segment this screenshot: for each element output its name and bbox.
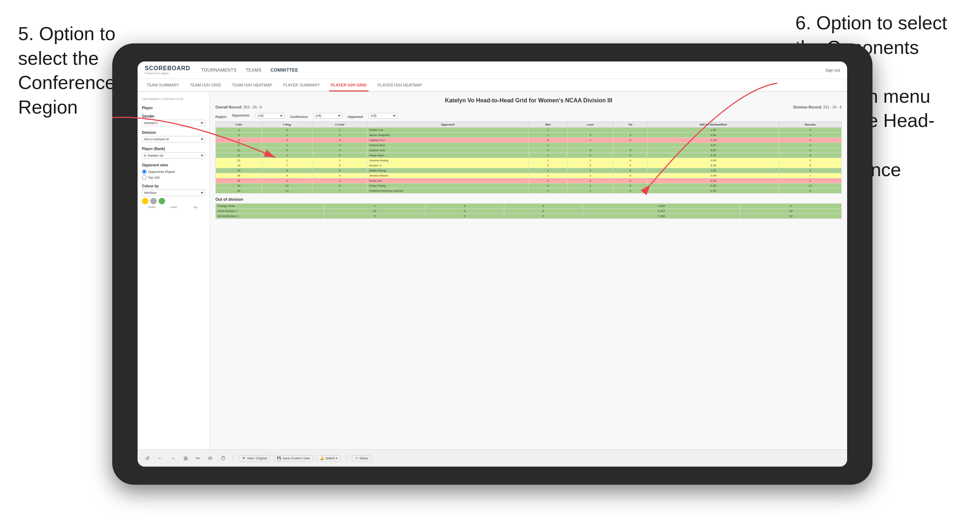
col-loss: Loss	[568, 122, 613, 128]
main-nav: TOURNAMENTS TEAMS COMMITTEE	[201, 68, 298, 73]
conference-filter-group: Conference	[290, 115, 308, 119]
back-button[interactable]: ←	[155, 454, 165, 462]
player-rank-select[interactable]: 8. Katelyn Vo	[142, 152, 205, 159]
table-row: 18 2 2 Euna Lee 0 3 0 -5.00 2	[216, 178, 842, 183]
sidebar: Last Updated: 27/03/2024 16:54 Player Ge…	[138, 92, 210, 449]
col-div: # Div	[216, 122, 262, 128]
subnav-player-h2h-heatmap[interactable]: PLAYER H2H HEATMAP	[376, 79, 424, 92]
division-section: Division NCAA Division III	[142, 130, 205, 143]
nav-tournaments[interactable]: TOURNAMENTS	[201, 68, 237, 73]
report-title: Katelyn Vo Head-to-Head Grid for Women's…	[215, 97, 842, 104]
forward-button[interactable]: →	[168, 454, 178, 462]
table-row: 14 7 4 Eunice Yi 2 2 0 0.38 9	[216, 163, 842, 168]
division-select[interactable]: NCAA Division III	[142, 136, 205, 143]
radio-group: Opponents Played Top 100	[142, 169, 205, 180]
records-row: Overall Record: 353 - 34 - 6 Division Re…	[215, 105, 842, 109]
col-opponent: Opponent	[368, 122, 528, 128]
out-of-division-table: Foreign Team 1 0 0 4.500 2 NAIA Division…	[215, 203, 842, 219]
top100-radio[interactable]: Top 100	[142, 175, 205, 180]
table-row: 3 3 1 Esther Lee 1 1.50 4	[216, 128, 842, 133]
refresh-button[interactable]: ⟳	[206, 454, 215, 462]
table-row: 5 2 2 Alexis Sudjianto 1 0 0 4.00 3	[216, 133, 842, 138]
colour-by-select[interactable]: Win/loss	[142, 189, 205, 196]
player-label: Player	[142, 106, 205, 110]
nav-teams[interactable]: TEAMS	[246, 68, 262, 73]
main-content: Last Updated: 27/03/2024 16:54 Player Ge…	[138, 92, 847, 449]
subnav-player-summary[interactable]: PLAYER SUMMARY	[281, 79, 322, 92]
gender-section: Gender Women's	[142, 114, 205, 126]
subnav-team-h2h-grid[interactable]: TEAM H2H GRID	[188, 79, 223, 92]
opponent-filter-label: Opponent	[348, 115, 363, 119]
nav-committee[interactable]: COMMITTEE	[270, 68, 298, 73]
table-row: 9 1 4 Sharon Mun 1 3.67 3	[216, 143, 842, 148]
opponent-filter-group: Opponent	[348, 115, 363, 119]
colour-labels: Down Level Up	[142, 205, 205, 209]
toolbar-divider-2	[346, 455, 347, 462]
col-rounds: Rounds	[779, 122, 842, 128]
colour-swatches	[142, 198, 205, 204]
subnav-player-h2h-grid[interactable]: PLAYER H2H GRID	[329, 79, 369, 92]
filter-row: Region Opponents: (All) Conference (All)…	[215, 113, 842, 119]
table-row: 11 2 5 Heejo Hyun 1 0 0 3.33 3	[216, 153, 842, 158]
watch-icon: 🔔	[320, 457, 324, 460]
subnav-team-h2h-heatmap[interactable]: TEAM H2H HEATMAP	[230, 79, 274, 92]
table-row: NCAA Division 2 5 0 0 7.400 10	[216, 214, 842, 219]
region-filter-select[interactable]: (All)	[256, 113, 285, 119]
view-original-button[interactable]: 👁 View: Original	[239, 455, 270, 462]
region-filter-group: Region	[215, 115, 227, 119]
division-label: Division	[142, 130, 205, 135]
last-updated-text: Last Updated: 27/03/2024 16:54	[142, 97, 205, 100]
share-button[interactable]: ↗ Share	[352, 455, 371, 462]
conference-filter-label: Conference	[290, 115, 308, 119]
logo-area: SCOREBOARD Powered by clippd	[145, 65, 191, 75]
table-row: 19 10 6 Emily Chang 4 1 0 0.30 11	[216, 183, 842, 189]
table-row: 6 3 3 Sydney Kuo 0 1 0 -1.00 3	[216, 138, 842, 143]
conference-filter-select[interactable]: (All)	[313, 113, 342, 119]
tablet-screen: SCOREBOARD Powered by clippd TOURNAMENTS…	[138, 62, 847, 467]
division-record: Division Record: 331 - 34 - 6	[794, 105, 842, 109]
swatch-down	[142, 198, 148, 204]
main-table: # Div # Reg # Conf Opponent Win Loss Tie…	[215, 122, 842, 194]
undo-button[interactable]: ↺	[143, 454, 152, 462]
watch-button[interactable]: 🔔 Watch ▾	[317, 455, 340, 462]
col-tie: Tie	[613, 122, 648, 128]
app-header: SCOREBOARD Powered by clippd TOURNAMENTS…	[138, 62, 847, 79]
bottom-toolbar: ↺ ← → ⊞ ✂ ⟳ ⏱ 👁 View: Original 💾 Save Cu…	[138, 449, 847, 467]
toolbar-divider-1	[233, 455, 234, 462]
player-section: Player	[142, 106, 205, 110]
view-icon: 👁	[242, 457, 245, 460]
swatch-level	[150, 198, 157, 204]
save-icon: 💾	[277, 457, 281, 460]
opponent-view-section: Opponent view Opponents Played Top 100	[142, 163, 205, 180]
table-row: 20 11 7 Federica Domecq Lacroze 2 1 0 1.…	[216, 189, 842, 194]
table-row: 16 3 3 Jessica Mason 1 2 0 -0.94 7	[216, 173, 842, 178]
tablet-frame: SCOREBOARD Powered by clippd TOURNAMENTS…	[112, 43, 872, 485]
data-area: Katelyn Vo Head-to-Head Grid for Women's…	[210, 92, 847, 449]
opponent-filter-select[interactable]: (All)	[369, 113, 398, 119]
player-rank-section: Player (Rank) 8. Katelyn Vo	[142, 147, 205, 159]
col-win: Win	[528, 122, 568, 128]
player-rank-label: Player (Rank)	[142, 147, 205, 151]
table-row: 15 8 5 Stella Cheng 1 0 0 1.25 4	[216, 168, 842, 173]
col-conf: # Conf	[312, 122, 367, 128]
timer-button[interactable]: ⏱	[218, 454, 228, 462]
opponent-view-label: Opponent view	[142, 163, 205, 167]
save-custom-button[interactable]: 💾 Save Custom View	[274, 455, 313, 462]
share-icon: ↗	[355, 457, 358, 460]
gender-label: Gender	[142, 114, 205, 118]
table-row: 13 1 1 Jessica Huang 1 1 0 -3.00 2	[216, 158, 842, 163]
logo-sub: Powered by clippd	[145, 71, 191, 75]
col-diff: Diff Av Strokes/Rnd	[648, 122, 779, 128]
grid-button[interactable]: ⊞	[181, 454, 190, 462]
cut-button[interactable]: ✂	[194, 454, 202, 462]
gender-select[interactable]: Women's	[142, 120, 205, 126]
swatch-up	[159, 198, 165, 204]
table-row: Foreign Team 1 0 0 4.500 2	[216, 204, 842, 209]
sign-out-link[interactable]: Sign out	[826, 68, 840, 72]
subnav-team-summary[interactable]: TEAM SUMMARY	[145, 79, 181, 92]
table-row: 10 6 3 Andrea York 2 0 0 4.00 4	[216, 148, 842, 153]
colour-by-label: Colour by	[142, 184, 205, 188]
sub-nav: TEAM SUMMARY TEAM H2H GRID TEAM H2H HEAT…	[138, 79, 847, 92]
opponents-filter-label: Opponents:	[232, 114, 251, 118]
opponents-played-radio[interactable]: Opponents Played	[142, 169, 205, 174]
